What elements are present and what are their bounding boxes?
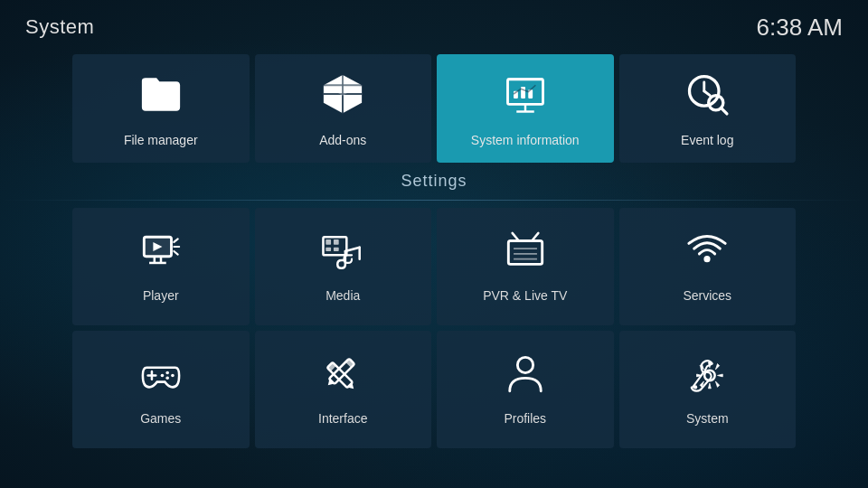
- settings-item-profiles[interactable]: Profiles: [437, 331, 614, 448]
- svg-line-14: [704, 90, 711, 95]
- settings-item-system-label: System: [686, 411, 729, 426]
- top-item-system-information-label: System information: [471, 133, 580, 147]
- settings-row-1: Player Media: [0, 208, 868, 325]
- clock: 6:38 AM: [757, 14, 843, 42]
- clock-search-svg: [684, 70, 731, 117]
- svg-point-42: [165, 371, 169, 375]
- settings-item-pvr-label: PVR & Live TV: [483, 288, 567, 303]
- svg-point-52: [517, 357, 533, 372]
- settings-title: Settings: [401, 172, 467, 191]
- chart-icon: [502, 70, 549, 124]
- settings-item-player[interactable]: Player: [72, 208, 250, 325]
- folder-svg: [137, 70, 184, 117]
- settings-item-player-label: Player: [143, 288, 179, 303]
- settings-item-games[interactable]: Games: [72, 331, 250, 448]
- svg-rect-28: [334, 239, 339, 245]
- gear-icon: [686, 353, 728, 400]
- settings-row-2: Games Interface: [0, 331, 868, 448]
- settings-item-interface-label: Interface: [318, 411, 367, 426]
- svg-marker-50: [326, 378, 335, 388]
- top-item-file-manager-label: File manager: [124, 133, 198, 147]
- settings-item-media-label: Media: [326, 288, 360, 303]
- svg-line-16: [722, 108, 728, 114]
- wifi-icon: [686, 230, 728, 277]
- settings-divider: [0, 200, 868, 201]
- top-nav-row: File manager Add-ons: [0, 54, 868, 163]
- top-item-event-log[interactable]: Event log: [619, 54, 797, 163]
- svg-marker-47: [346, 381, 356, 391]
- svg-line-23: [174, 239, 177, 242]
- settings-item-pvr[interactable]: PVR & Live TV: [437, 208, 614, 325]
- play-icon: [140, 230, 182, 277]
- svg-point-45: [160, 374, 164, 378]
- media-icon: [322, 230, 363, 277]
- box-icon: [319, 70, 366, 124]
- svg-rect-33: [508, 241, 542, 265]
- svg-line-25: [174, 251, 177, 255]
- box-svg: [319, 70, 366, 117]
- settings-section: Settings Playe: [0, 172, 868, 448]
- clock-search-icon: [684, 70, 731, 124]
- gamepad-icon: [140, 353, 182, 400]
- svg-point-43: [171, 374, 175, 378]
- folder-icon: [137, 70, 184, 124]
- top-item-file-manager[interactable]: File manager: [72, 54, 250, 163]
- settings-item-interface[interactable]: Interface: [255, 331, 432, 448]
- top-item-event-log-label: Event log: [681, 133, 733, 147]
- header: System 6:38 AM: [0, 0, 868, 54]
- settings-item-media[interactable]: Media: [255, 208, 432, 325]
- chart-svg: [502, 70, 549, 117]
- top-item-system-information[interactable]: System information: [437, 54, 614, 163]
- settings-item-services-label: Services: [683, 288, 731, 303]
- svg-rect-27: [326, 239, 332, 245]
- svg-point-54: [693, 385, 697, 389]
- top-item-add-ons[interactable]: Add-ons: [255, 54, 432, 163]
- tv-icon: [505, 230, 546, 277]
- svg-rect-30: [334, 248, 339, 251]
- svg-point-44: [165, 377, 169, 380]
- settings-item-services[interactable]: Services: [619, 208, 797, 325]
- svg-rect-29: [326, 248, 332, 251]
- settings-item-profiles-label: Profiles: [504, 411, 546, 426]
- page-title: System: [25, 15, 94, 39]
- top-item-add-ons-label: Add-ons: [319, 133, 366, 147]
- settings-item-games-label: Games: [140, 411, 181, 426]
- settings-item-system[interactable]: System: [619, 331, 797, 448]
- person-icon: [505, 353, 546, 400]
- pencil-icon: [322, 353, 363, 400]
- svg-point-39: [704, 256, 711, 262]
